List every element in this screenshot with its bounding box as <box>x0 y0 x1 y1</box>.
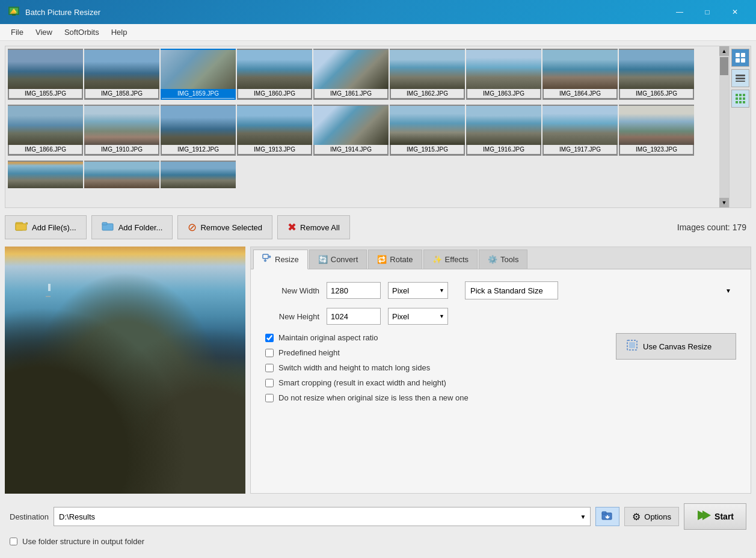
width-unit-wrapper: Pixel Percent cm mm inch <box>388 282 448 299</box>
list-view-button[interactable] <box>731 69 749 87</box>
options-gear-icon: ⚙ <box>632 511 641 523</box>
add-files-label: Add File(s)... <box>32 223 76 232</box>
list-item[interactable]: IMG_1917.JPG <box>542 105 618 156</box>
thumbnail-label: IMG_1855.JPG <box>9 89 82 98</box>
folder-structure-row: Use folder structure in output folder <box>5 537 751 551</box>
list-item[interactable]: IMG_1862.JPG <box>390 49 465 100</box>
list-item[interactable]: IMG_1864.JPG <box>542 49 618 100</box>
thumbnail-label: IMG_1864.JPG <box>544 89 616 98</box>
images-count: Images count: 179 <box>677 222 751 232</box>
list-item[interactable]: IMG_1913.JPG <box>237 105 312 156</box>
remove-all-label: Remove All <box>300 223 340 232</box>
maximize-button[interactable]: □ <box>693 0 721 24</box>
list-item[interactable]: IMG_1863.JPG <box>466 49 541 100</box>
list-item[interactable] <box>161 161 236 188</box>
list-item[interactable]: IMG_1866.JPG <box>8 105 83 156</box>
add-folder-button[interactable]: Add Folder... <box>91 215 173 239</box>
svg-rect-13 <box>739 94 742 96</box>
height-unit-select[interactable]: Pixel Percent cm mm inch <box>388 308 448 325</box>
standard-size-select[interactable]: Pick a Standard Size 640x480 800x600 102… <box>465 281 558 299</box>
list-item[interactable]: IMG_1855.JPG <box>8 49 83 100</box>
browse-destination-button[interactable] <box>595 507 619 526</box>
list-item[interactable] <box>84 161 159 188</box>
canvas-resize-button[interactable]: Use Canvas Resize <box>616 333 736 360</box>
list-item[interactable]: IMG_1910.JPG <box>84 105 159 156</box>
destination-label: Destination <box>10 512 49 521</box>
scroll-down-button[interactable]: ▼ <box>719 198 729 207</box>
switch-dimensions-label: Switch width and height to match long si… <box>278 363 430 372</box>
thumbnail-label: IMG_1912.JPG <box>162 145 235 154</box>
width-unit-select[interactable]: Pixel Percent cm mm inch <box>388 282 448 299</box>
svg-rect-18 <box>736 101 738 103</box>
new-height-label: New Height <box>265 312 319 321</box>
predefined-height-checkbox[interactable] <box>265 349 274 357</box>
height-unit-wrapper: Pixel Percent cm mm inch <box>388 308 448 325</box>
svg-rect-12 <box>736 94 738 96</box>
thumbnail-image <box>84 50 159 89</box>
close-button[interactable]: ✕ <box>721 0 749 24</box>
new-width-input[interactable] <box>327 282 381 299</box>
list-item[interactable]: IMG_1916.JPG <box>466 105 541 156</box>
rotate-tab-icon: 🔁 <box>377 255 387 264</box>
thumbnail-image <box>313 50 389 89</box>
tab-convert-label: Convert <box>331 255 358 264</box>
standard-size-wrapper: Pick a Standard Size 640x480 800x600 102… <box>465 281 736 299</box>
options-button[interactable]: ⚙ Options <box>624 507 679 526</box>
list-item[interactable]: IMG_1858.JPG <box>84 49 159 100</box>
options-label: Options <box>644 512 671 521</box>
new-height-input[interactable] <box>327 308 381 325</box>
thumbnail-image <box>542 50 618 89</box>
menu-help[interactable]: Help <box>105 25 134 39</box>
switch-dimensions-checkbox[interactable] <box>265 364 274 372</box>
canvas-resize-label: Use Canvas Resize <box>643 342 711 351</box>
list-item[interactable] <box>8 161 83 188</box>
list-item[interactable]: IMG_1865.JPG <box>619 49 694 100</box>
resize-panel: New Width Pixel Percent cm mm inch <box>251 269 751 414</box>
tab-rotate[interactable]: 🔁 Rotate <box>368 250 422 269</box>
list-item[interactable]: IMG_1860.JPG <box>237 49 312 100</box>
tab-tools[interactable]: ⚙️ Tools <box>479 250 527 269</box>
smart-cropping-checkbox[interactable] <box>265 379 274 387</box>
menu-softorbits[interactable]: SoftOrbits <box>58 25 105 39</box>
list-item[interactable]: IMG_1861.JPG <box>313 49 389 100</box>
gallery-scrollbar[interactable]: ▲ ▼ <box>719 46 729 207</box>
list-item[interactable]: IMG_1914.JPG <box>313 105 389 156</box>
destination-bar: Destination ⚙ Options <box>5 498 751 535</box>
no-resize-if-smaller-checkbox[interactable] <box>265 394 274 402</box>
tab-effects[interactable]: ✨ Effects <box>423 250 478 269</box>
titlebar: Batch Picture Resizer — □ ✕ <box>0 0 756 24</box>
folder-structure-checkbox[interactable] <box>10 538 17 545</box>
scroll-up-button[interactable]: ▲ <box>719 46 729 56</box>
grid-view-button[interactable] <box>731 90 749 108</box>
svg-rect-14 <box>743 94 745 96</box>
remove-selected-button[interactable]: ⊘ Remove Selected <box>177 215 272 239</box>
start-button[interactable]: Start <box>684 503 746 530</box>
gallery-row-1: IMG_1855.JPG IMG_1858.JPG IMG_1859.JPG I… <box>5 46 719 102</box>
svg-rect-17 <box>743 97 745 100</box>
add-files-button[interactable]: Add File(s)... <box>5 215 87 239</box>
menu-view[interactable]: View <box>29 25 58 39</box>
smart-cropping-label: Smart cropping (result in exact width an… <box>278 378 446 387</box>
scroll-thumb[interactable] <box>720 57 728 75</box>
maintain-aspect-ratio-checkbox[interactable] <box>265 334 274 342</box>
svg-rect-20 <box>743 101 745 103</box>
list-item[interactable]: IMG_1859.JPG <box>161 49 236 100</box>
tab-convert[interactable]: 🔄 Convert <box>309 250 367 269</box>
gallery-section: IMG_1855.JPG IMG_1858.JPG IMG_1859.JPG I… <box>5 46 751 208</box>
thumbnail-image <box>619 50 694 89</box>
thumbnail-label: IMG_1917.JPG <box>544 145 616 154</box>
list-item[interactable]: IMG_1923.JPG <box>619 105 694 156</box>
maintain-aspect-ratio-label: Maintain original aspect ratio <box>278 333 378 342</box>
tab-effects-label: Effects <box>445 255 469 264</box>
destination-input[interactable] <box>54 507 591 526</box>
list-item[interactable]: IMG_1912.JPG <box>161 105 236 156</box>
minimize-button[interactable]: — <box>666 0 693 24</box>
list-item[interactable]: IMG_1915.JPG <box>390 105 465 156</box>
thumbnail-label: IMG_1910.JPG <box>85 145 158 154</box>
remove-all-button[interactable]: ✖ Remove All <box>277 215 350 239</box>
tab-resize[interactable]: Resize <box>253 250 308 269</box>
thumbnail-view-button[interactable] <box>731 49 749 67</box>
remove-selected-label: Remove Selected <box>200 223 262 232</box>
view-icons-panel <box>729 46 751 207</box>
menu-file[interactable]: File <box>5 25 29 39</box>
